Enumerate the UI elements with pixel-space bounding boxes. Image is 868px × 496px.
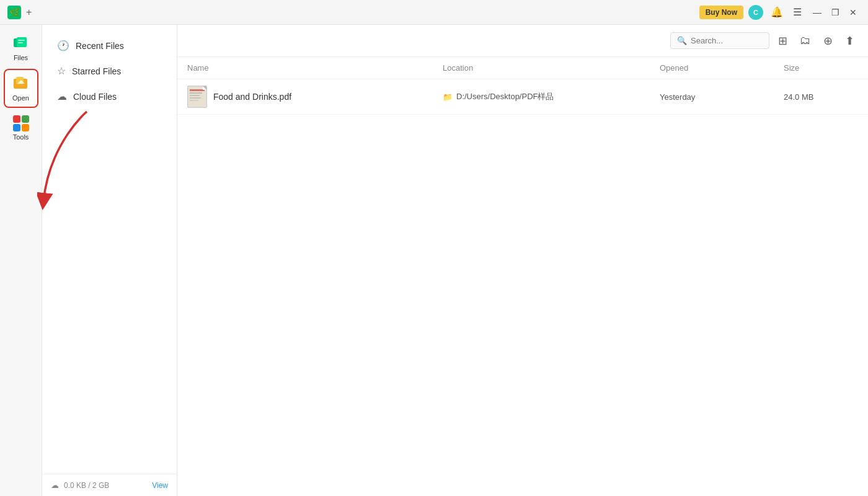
add-tab-button[interactable]: + [26, 7, 32, 18]
left-sidebar: 🕐 Recent Files ☆ Starred Files ☁ Cloud F… [42, 25, 177, 496]
folder-icon: 📁 [443, 92, 453, 102]
add-button[interactable]: ⊕ [820, 32, 836, 50]
sidebar-item-open[interactable]: Open [4, 69, 38, 108]
col-opened: Opened [660, 63, 784, 73]
window-controls: — ❐ ✕ [809, 6, 861, 19]
sidebar-nav-recent[interactable]: 🕐 Recent Files [47, 33, 172, 58]
tools-icon [13, 115, 29, 131]
file-location: D:/Users/Desktop/PDF样品 [456, 91, 554, 102]
main-content: 🔍 ⊞ 🗂 ⊕ ⬆ Name Location Opened Size [177, 25, 868, 496]
pdf-thumbnail [187, 86, 207, 108]
restore-button[interactable]: ❐ [828, 6, 843, 19]
storage-cloud-icon: ☁ [51, 480, 59, 490]
titlebar: 🌿 + Buy Now C 🔔 ☰ — ❐ ✕ [0, 0, 868, 25]
user-avatar[interactable]: C [748, 5, 763, 20]
files-label: Files [14, 54, 28, 61]
app-logo: 🌿 [7, 6, 21, 19]
sidebar-nav: 🕐 Recent Files ☆ Starred Files ☁ Cloud F… [42, 25, 177, 474]
col-name: Name [187, 63, 443, 73]
size-cell: 24.0 MB [784, 92, 858, 102]
search-box[interactable]: 🔍 [670, 32, 769, 49]
file-name: Food and Drinks.pdf [213, 92, 291, 102]
storage-text: 0.0 KB / 2 GB [64, 481, 109, 490]
app-logo-icon: 🌿 [9, 7, 20, 17]
file-table: Name Location Opened Size [177, 57, 868, 496]
menu-icon[interactable]: ☰ [790, 5, 804, 19]
col-location: Location [443, 63, 660, 73]
sidebar-item-files[interactable]: Files [4, 30, 38, 66]
sidebar-item-tools[interactable]: Tools [4, 110, 38, 146]
app-body: Files Open Tools 🕐 [0, 25, 868, 496]
star-icon: ☆ [57, 65, 66, 77]
pdf-thumb-image [188, 87, 206, 107]
open-label: Open [12, 94, 29, 102]
minimize-button[interactable]: — [809, 6, 825, 19]
cloud-label: Cloud Files [73, 92, 117, 102]
svg-rect-3 [18, 42, 23, 43]
open-icon [12, 75, 30, 92]
icon-sidebar: Files Open Tools [0, 25, 42, 496]
starred-label: Starred Files [72, 66, 121, 76]
sidebar-nav-starred[interactable]: ☆ Starred Files [47, 59, 172, 83]
cloud-icon: ☁ [57, 91, 67, 102]
sidebar-footer: ☁ 0.0 KB / 2 GB View [42, 474, 177, 496]
file-size: 24.0 MB [784, 92, 813, 102]
file-opened: Yesterday [660, 92, 695, 102]
svg-rect-9 [190, 92, 202, 94]
grid-view-button[interactable]: ⊞ [774, 32, 791, 50]
svg-rect-12 [190, 100, 198, 101]
recent-label: Recent Files [76, 41, 124, 51]
svg-rect-11 [190, 97, 201, 99]
svg-rect-2 [18, 40, 25, 41]
upload-button[interactable]: ⬆ [841, 32, 858, 50]
col-size: Size [784, 63, 858, 73]
notification-icon[interactable]: 🔔 [768, 5, 786, 19]
table-header: Name Location Opened Size [177, 57, 868, 79]
opened-cell: Yesterday [660, 92, 784, 102]
search-input[interactable] [691, 36, 763, 45]
files-icon [12, 35, 30, 52]
search-icon: 🔍 [677, 36, 687, 45]
close-button[interactable]: ✕ [846, 6, 861, 19]
buy-now-button[interactable]: Buy Now [699, 6, 743, 19]
details-view-button[interactable]: 🗂 [796, 32, 815, 50]
titlebar-right: Buy Now C 🔔 ☰ — ❐ ✕ [699, 5, 861, 20]
svg-rect-10 [190, 95, 200, 96]
view-link[interactable]: View [152, 481, 168, 490]
svg-rect-8 [190, 89, 205, 91]
file-name-cell: Food and Drinks.pdf [187, 86, 443, 108]
main-toolbar: 🔍 ⊞ 🗂 ⊕ ⬆ [177, 25, 868, 57]
location-cell: 📁 D:/Users/Desktop/PDF样品 [443, 91, 660, 102]
table-row[interactable]: Food and Drinks.pdf 📁 D:/Users/Desktop/P… [177, 79, 868, 115]
recent-icon: 🕐 [57, 40, 69, 51]
sidebar-nav-cloud[interactable]: ☁ Cloud Files [47, 84, 172, 108]
tools-label: Tools [13, 133, 29, 141]
titlebar-left: 🌿 + [7, 6, 32, 19]
